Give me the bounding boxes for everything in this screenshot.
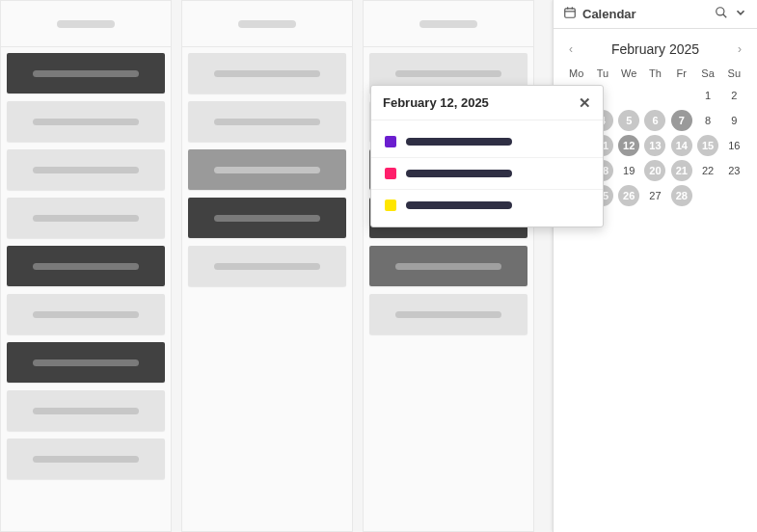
placeholder-bar bbox=[214, 119, 320, 125]
calendar-day[interactable]: 20 bbox=[644, 160, 665, 181]
board-card[interactable] bbox=[188, 198, 346, 238]
placeholder-bar bbox=[419, 20, 477, 28]
placeholder-bar bbox=[33, 359, 139, 366]
board-card[interactable] bbox=[7, 390, 165, 431]
placeholder-bar bbox=[214, 167, 320, 173]
month-title: February 2025 bbox=[611, 41, 699, 57]
calendar-cell bbox=[616, 83, 642, 108]
calendar-day[interactable]: 2 bbox=[723, 85, 744, 106]
board-card[interactable] bbox=[7, 198, 165, 238]
calendar-cell: 8 bbox=[694, 108, 720, 133]
popover-event-item[interactable] bbox=[371, 158, 603, 190]
column-header bbox=[364, 1, 533, 47]
board-card[interactable] bbox=[188, 101, 346, 142]
calendar-cell: 28 bbox=[668, 183, 694, 208]
column-header bbox=[182, 1, 352, 47]
day-popover: February 12, 2025 ✕ bbox=[370, 85, 604, 227]
calendar-cell: 27 bbox=[642, 183, 668, 208]
calendar-cell: 19 bbox=[616, 158, 642, 183]
calendar-cell: 16 bbox=[721, 133, 747, 158]
placeholder-bar bbox=[395, 70, 501, 77]
calendar-day[interactable]: 15 bbox=[697, 135, 718, 156]
board-card[interactable] bbox=[369, 294, 527, 334]
calendar-cell: 22 bbox=[694, 158, 720, 183]
placeholder-bar bbox=[33, 119, 139, 125]
placeholder-bar bbox=[33, 167, 139, 173]
svg-rect-0 bbox=[565, 9, 576, 17]
calendar-cell bbox=[642, 83, 668, 108]
calendar-cell: 9 bbox=[721, 108, 747, 133]
calendar-cell: 21 bbox=[668, 158, 694, 183]
board-card[interactable] bbox=[188, 53, 346, 93]
calendar-cell: 26 bbox=[616, 183, 642, 208]
column-body bbox=[1, 47, 171, 485]
board-column bbox=[181, 0, 353, 532]
calendar-day[interactable]: 19 bbox=[618, 160, 639, 181]
board-card[interactable] bbox=[7, 53, 165, 93]
popover-event-item[interactable] bbox=[371, 190, 603, 221]
calendar-cell bbox=[694, 183, 720, 208]
calendar-day[interactable]: 27 bbox=[644, 185, 665, 206]
board-column bbox=[0, 0, 172, 532]
column-header bbox=[1, 1, 171, 47]
board-card[interactable] bbox=[7, 342, 165, 383]
calendar-day[interactable]: 5 bbox=[618, 110, 639, 131]
svg-line-5 bbox=[723, 14, 727, 18]
board-card[interactable] bbox=[7, 101, 165, 142]
calendar-day[interactable]: 1 bbox=[697, 85, 718, 106]
svg-point-4 bbox=[716, 8, 724, 15]
column-body bbox=[182, 47, 352, 292]
color-swatch bbox=[385, 136, 396, 147]
calendar-dow: We bbox=[616, 64, 642, 83]
board-card[interactable] bbox=[369, 246, 527, 286]
calendar-day[interactable]: 13 bbox=[644, 135, 665, 156]
calendar-dow: Su bbox=[721, 64, 747, 83]
placeholder-bar bbox=[33, 70, 139, 77]
sidebar-title: Calendar bbox=[582, 7, 636, 21]
calendar-day[interactable]: 9 bbox=[723, 110, 744, 131]
calendar-cell: 5 bbox=[616, 108, 642, 133]
calendar-cell: 15 bbox=[694, 133, 720, 158]
calendar-day[interactable]: 23 bbox=[723, 160, 744, 181]
placeholder-bar bbox=[406, 138, 512, 146]
prev-month-button[interactable]: ‹ bbox=[565, 39, 577, 60]
calendar-day[interactable]: 8 bbox=[697, 110, 718, 131]
calendar-icon bbox=[563, 6, 577, 22]
calendar-day[interactable]: 26 bbox=[618, 185, 639, 206]
color-swatch bbox=[385, 168, 396, 179]
popover-body bbox=[371, 120, 603, 226]
board-main bbox=[0, 0, 550, 532]
calendar-day[interactable]: 22 bbox=[697, 160, 718, 181]
board-card[interactable] bbox=[7, 246, 165, 286]
calendar-day[interactable]: 16 bbox=[723, 135, 744, 156]
placeholder-bar bbox=[57, 20, 115, 28]
board-card[interactable] bbox=[188, 149, 346, 190]
board-card[interactable] bbox=[7, 149, 165, 190]
calendar-cell bbox=[721, 183, 747, 208]
search-icon[interactable] bbox=[715, 6, 728, 22]
calendar-cell: 12 bbox=[616, 133, 642, 158]
calendar-cell: 1 bbox=[694, 83, 720, 108]
placeholder-bar bbox=[33, 456, 139, 463]
calendar-cell bbox=[668, 83, 694, 108]
board-card[interactable] bbox=[188, 246, 346, 286]
chevron-down-icon[interactable] bbox=[734, 6, 747, 22]
calendar-day[interactable]: 28 bbox=[671, 185, 692, 206]
calendar-dow: Fr bbox=[668, 64, 694, 83]
calendar-day[interactable]: 14 bbox=[671, 135, 692, 156]
calendar-cell: 14 bbox=[668, 133, 694, 158]
next-month-button[interactable]: › bbox=[734, 39, 745, 60]
calendar-day[interactable]: 12 bbox=[618, 135, 639, 156]
board-column bbox=[363, 0, 534, 532]
calendar-dow: Tu bbox=[589, 64, 615, 83]
calendar-day[interactable]: 6 bbox=[644, 110, 665, 131]
placeholder-bar bbox=[406, 170, 512, 177]
popover-event-item[interactable] bbox=[371, 126, 603, 158]
board-card[interactable] bbox=[7, 294, 165, 334]
close-icon[interactable]: ✕ bbox=[579, 95, 591, 110]
placeholder-bar bbox=[33, 311, 139, 318]
board-card[interactable] bbox=[7, 439, 165, 479]
calendar-day[interactable]: 21 bbox=[671, 160, 692, 181]
placeholder-bar bbox=[214, 215, 320, 222]
calendar-day[interactable]: 7 bbox=[671, 110, 692, 131]
